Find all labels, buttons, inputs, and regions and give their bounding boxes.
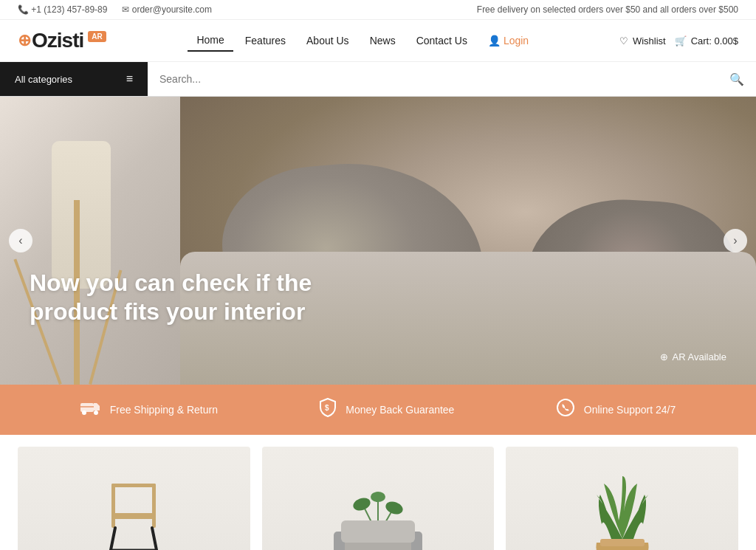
- svg-point-21: [384, 499, 405, 516]
- hero-headline: Now you can check if the product fits yo…: [30, 269, 340, 326]
- svg-point-19: [351, 495, 372, 512]
- shield-icon: $: [319, 398, 337, 422]
- hero-text-block: Now you can check if the product fits yo…: [30, 269, 340, 326]
- svg-point-6: [557, 399, 574, 416]
- search-icon: 🔍: [729, 72, 744, 86]
- email-icon: ✉: [122, 4, 129, 15]
- search-input-wrapper: 🔍: [148, 72, 756, 86]
- svg-point-3: [94, 410, 98, 415]
- sofa-illustration: [180, 97, 756, 385]
- svg-rect-7: [111, 484, 156, 487]
- phone-icon: 📞: [18, 4, 29, 15]
- cart-icon: 🛒: [675, 35, 687, 47]
- svg-rect-9: [152, 484, 156, 528]
- heart-icon: ♡: [619, 35, 628, 47]
- nav-about[interactable]: About Us: [298, 30, 358, 51]
- hero-next-button[interactable]: ›: [724, 229, 747, 252]
- svg-rect-10: [111, 513, 156, 519]
- ar-available-badge: ⊕ AR Available: [660, 351, 726, 362]
- phone-support-icon: [556, 398, 575, 422]
- svg-point-20: [371, 492, 385, 502]
- svg-rect-25: [341, 520, 415, 543]
- feature-shipping-label: Free Shipping & Return: [110, 404, 218, 416]
- svg-rect-0: [80, 403, 94, 412]
- feature-shipping: Free Shipping & Return: [80, 400, 218, 419]
- header: ⊕ Ozisti AR Home Features About Us News …: [0, 20, 756, 62]
- cart-button[interactable]: 🛒 Cart: 0.00$: [675, 35, 738, 47]
- email-info: ✉ order@yoursite.com: [122, 4, 212, 15]
- phone-info: 📞 +1 (123) 457-89-89: [18, 4, 107, 15]
- logo-ar-badge: AR: [88, 31, 106, 42]
- feature-support-label: Online Support 24/7: [584, 404, 676, 416]
- svg-marker-1: [94, 403, 100, 410]
- feature-money-back: $ Money Back Guarantee: [319, 398, 454, 422]
- svg-rect-8: [111, 484, 115, 528]
- svg-line-12: [152, 528, 159, 550]
- plant-illustration: [506, 447, 738, 550]
- search-input[interactable]: [159, 73, 729, 85]
- wishlist-button[interactable]: ♡ Wishlist: [619, 35, 666, 47]
- nav-contact[interactable]: Contact Us: [408, 30, 476, 51]
- promo-text: Free delivery on selected orders over $5…: [477, 4, 738, 15]
- top-bar-left: 📞 +1 (123) 457-89-89 ✉ order@yoursite.co…: [18, 4, 212, 15]
- nav-news[interactable]: News: [361, 30, 405, 51]
- nav-home[interactable]: Home: [188, 30, 233, 52]
- all-categories-button[interactable]: All categories ≡: [0, 62, 148, 96]
- hero-section: ‹ › Now you can check if the product fit…: [0, 97, 756, 385]
- armchair-illustration: [262, 447, 495, 550]
- top-bar: 📞 +1 (123) 457-89-89 ✉ order@yoursite.co…: [0, 0, 756, 20]
- search-bar: All categories ≡ 🔍: [0, 62, 756, 97]
- product-card-accessories[interactable]: Accessories: [506, 447, 738, 550]
- features-bar: Free Shipping & Return $ Money Back Guar…: [0, 385, 756, 435]
- lamp-decoration: [59, 126, 118, 385]
- product-card-armchair[interactable]: [262, 447, 495, 550]
- feature-support: Online Support 24/7: [556, 398, 676, 422]
- svg-point-2: [82, 410, 86, 415]
- nav-icons: ♡ Wishlist 🛒 Cart: 0.00$: [619, 35, 738, 47]
- logo-icon: ⊕: [18, 31, 30, 50]
- svg-rect-27: [600, 539, 645, 546]
- chair-illustration: [18, 447, 250, 550]
- logo-text: Ozisti: [32, 29, 83, 52]
- svg-line-11: [108, 528, 115, 550]
- nav-features[interactable]: Features: [236, 30, 295, 51]
- main-nav: Home Features About Us News Contact Us 👤…: [188, 30, 537, 52]
- lamp-shade: [52, 141, 111, 289]
- feature-money-back-label: Money Back Guarantee: [346, 404, 454, 416]
- nav-login[interactable]: 👤 Login: [479, 30, 537, 51]
- svg-text:$: $: [325, 404, 329, 412]
- ar-icon: ⊕: [660, 351, 668, 362]
- product-grid: Accessories: [0, 435, 756, 550]
- logo[interactable]: ⊕ Ozisti AR: [18, 29, 106, 52]
- hamburger-icon: ≡: [126, 72, 133, 86]
- hero-prev-button[interactable]: ‹: [9, 229, 32, 252]
- login-icon: 👤: [488, 35, 501, 47]
- product-card-chair[interactable]: [18, 447, 250, 550]
- truck-icon: [80, 400, 101, 419]
